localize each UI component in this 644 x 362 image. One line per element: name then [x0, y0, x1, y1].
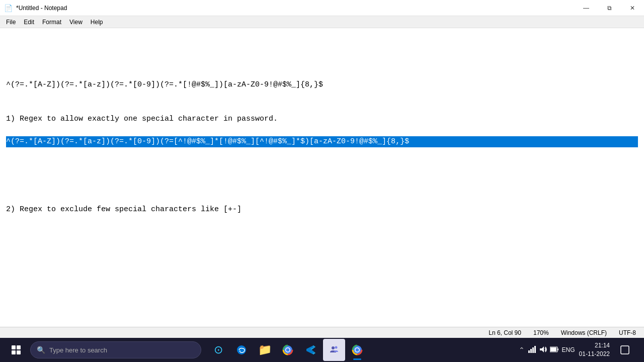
taskbar: 🔍 Type here to search ⊙ 📁	[0, 338, 644, 362]
menu-edit[interactable]: Edit	[20, 18, 38, 27]
taskbar-app-edge[interactable]	[230, 339, 253, 361]
cursor-position: Ln 6, Col 90	[489, 329, 521, 336]
minimize-button[interactable]: —	[575, 0, 598, 16]
taskbar-app-explorer[interactable]: 📁	[254, 339, 276, 361]
editor-content: ^(?=.*[A-Z])(?=.*[a-z])(?=.*[0-9])(?=.*[…	[2, 55, 642, 217]
svg-point-8	[335, 346, 338, 349]
editor-line	[6, 159, 638, 170]
svg-point-6	[286, 348, 290, 352]
title-bar-left: 📄 *Untitled - Notepad	[4, 4, 67, 12]
taskbar-search-bar[interactable]: 🔍 Type here to search	[30, 341, 201, 358]
taskbar-app-teams[interactable]	[323, 339, 345, 361]
editor-line: 2) Regex to exclude few special characte…	[6, 204, 638, 216]
taskbar-app-cortana[interactable]: ⊙	[207, 339, 229, 361]
volume-icon[interactable]	[539, 345, 547, 355]
editor-line	[6, 147, 638, 159]
editor-line	[6, 182, 638, 193]
svg-rect-20	[557, 348, 558, 350]
line-ending[interactable]: Windows (CRLF)	[561, 329, 607, 336]
clock-time: 21:14	[579, 341, 610, 350]
close-button[interactable]: ✕	[621, 0, 644, 16]
editor-line	[6, 193, 638, 204]
svg-rect-21	[550, 347, 556, 351]
search-icon: 🔍	[37, 346, 45, 354]
windows-logo	[12, 345, 21, 354]
menu-file[interactable]: File	[2, 18, 20, 27]
clock-date: 01-11-2022	[579, 350, 610, 358]
network-icon[interactable]	[528, 345, 536, 355]
editor-line	[6, 91, 638, 103]
svg-rect-17	[532, 347, 534, 353]
svg-point-14	[356, 348, 359, 352]
editor-line	[6, 125, 638, 136]
window-controls: — ⧉ ✕	[575, 0, 644, 16]
editor-line: ^(?=.*[A-Z])(?=.*[a-z])(?=.*[0-9])(?=[^!…	[6, 136, 638, 148]
taskbar-apps: ⊙ 📁	[203, 339, 517, 361]
tray-show-hidden-icon[interactable]: ⌃	[519, 346, 525, 354]
taskbar-app-chrome-active[interactable]	[346, 339, 368, 361]
taskbar-right: ⌃ ENG 21:14 01-11-2022	[519, 339, 640, 361]
svg-rect-22	[621, 346, 629, 354]
editor-line	[6, 170, 638, 182]
app-icon: 📄	[4, 4, 12, 12]
title-bar: 📄 *Untitled - Notepad — ⧉ ✕	[0, 0, 644, 16]
notepad-window: 📄 *Untitled - Notepad — ⧉ ✕ File Edit Fo…	[0, 0, 644, 362]
taskbar-app-chrome[interactable]	[277, 339, 299, 361]
editor-line: 1) Regex to allow exactly one special ch…	[6, 114, 638, 125]
search-placeholder: Type here to search	[49, 346, 107, 354]
taskbar-app-vscode[interactable]	[300, 339, 322, 361]
menu-help[interactable]: Help	[87, 18, 107, 27]
status-bar: Ln 6, Col 90 170% Windows (CRLF) UTF-8	[0, 327, 644, 338]
system-tray: ⌃ ENG	[519, 345, 575, 355]
editor-line	[6, 102, 638, 114]
window-title: *Untitled - Notepad	[16, 5, 67, 12]
menu-format[interactable]: Format	[38, 18, 65, 27]
maximize-button[interactable]: ⧉	[598, 0, 621, 16]
editor-line: ^(?=.*[A-Z])(?=.*[a-z])(?=.*[0-9])(?=.*[…	[6, 79, 638, 91]
notification-button[interactable]	[614, 339, 636, 361]
start-button[interactable]	[4, 338, 28, 362]
svg-point-7	[332, 346, 335, 349]
zoom-level[interactable]: 170%	[533, 329, 549, 336]
encoding[interactable]: UTF-8	[619, 329, 636, 336]
battery-icon[interactable]	[550, 346, 559, 354]
system-clock[interactable]: 21:14 01-11-2022	[579, 341, 610, 358]
editor-area[interactable]: ^(?=.*[A-Z])(?=.*[a-z])(?=.*[0-9])(?=.*[…	[0, 28, 644, 327]
svg-rect-18	[534, 346, 536, 353]
svg-rect-15	[528, 350, 530, 353]
menu-bar: File Edit Format View Help	[0, 16, 644, 28]
menu-view[interactable]: View	[65, 18, 87, 27]
language-indicator[interactable]: ENG	[562, 346, 575, 353]
svg-rect-16	[530, 349, 532, 353]
